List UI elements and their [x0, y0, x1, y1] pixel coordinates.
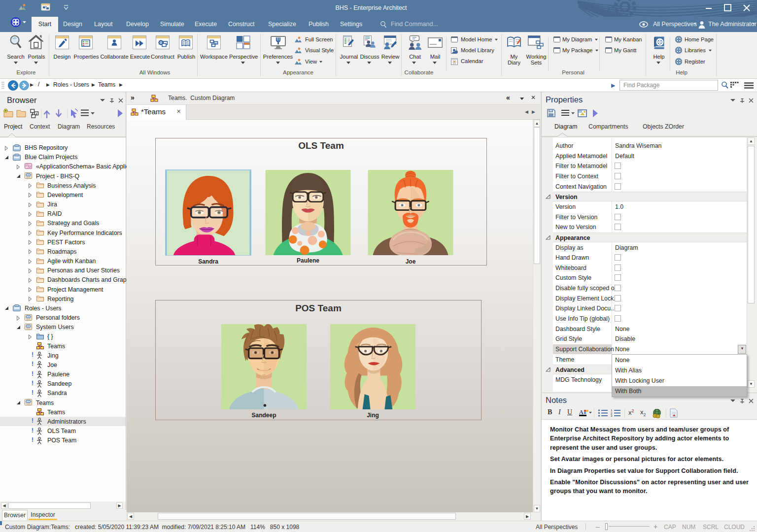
- svg-text:3: 3: [611, 414, 613, 417]
- svg-text:A: A: [579, 409, 584, 416]
